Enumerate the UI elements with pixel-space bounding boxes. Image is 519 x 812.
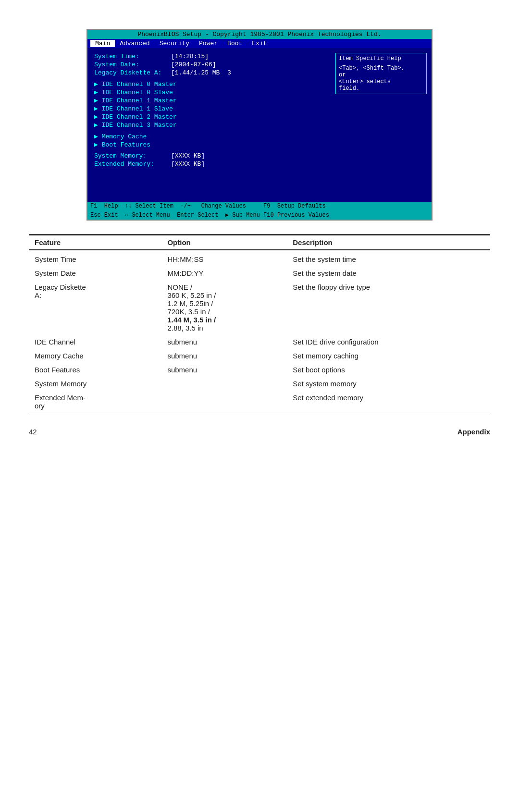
help-box: Item Specific Help <Tab>, <Shift-Tab>,or… bbox=[335, 53, 427, 94]
description-cell: Set system memory bbox=[287, 377, 490, 391]
help-title: Item Specific Help bbox=[339, 55, 423, 62]
option-cell: MM:DD:YY bbox=[161, 266, 287, 280]
system-date-label: System Date: bbox=[94, 61, 171, 68]
bios-title-bar: PhoenixBIOS Setup - Copyright 1985-2001 … bbox=[87, 30, 432, 39]
system-memory-row: System Memory: [XXXX KB] bbox=[94, 152, 324, 160]
table-row: IDE Channel submenu Set IDE drive config… bbox=[29, 335, 490, 349]
description-cell: Set IDE drive configuration bbox=[287, 335, 490, 349]
feature-cell: System Memory bbox=[29, 377, 161, 391]
bios-menu-advanced[interactable]: Advanced bbox=[115, 40, 154, 47]
feature-cell: Boot Features bbox=[29, 363, 161, 377]
bios-menu-exit[interactable]: Exit bbox=[247, 40, 272, 47]
col-header-feature: Feature bbox=[29, 235, 161, 250]
ide-channel-1-slave[interactable]: IDE Channel 1 Slave bbox=[94, 105, 324, 112]
option-cell: submenu bbox=[161, 349, 287, 363]
memory-cache-submenu[interactable]: Memory Cache bbox=[94, 133, 324, 140]
system-time-label: System Time: bbox=[94, 53, 171, 60]
description-cell: Set extended memory bbox=[287, 391, 490, 413]
feature-table: Feature Option Description System Time H… bbox=[29, 234, 490, 413]
page-number: 42 bbox=[29, 428, 37, 436]
feature-cell: Memory Cache bbox=[29, 349, 161, 363]
option-cell bbox=[161, 391, 287, 413]
option-cell: submenu bbox=[161, 335, 287, 349]
system-date-row: System Date: [2004-07-06] bbox=[94, 61, 324, 68]
option-cell: submenu bbox=[161, 363, 287, 377]
feature-cell: Extended Mem-ory bbox=[29, 391, 161, 413]
legacy-diskette-row: Legacy Diskette A: [1.44/1.25 MB 3 bbox=[94, 69, 324, 76]
table-row: System Date MM:DD:YY Set the system date bbox=[29, 266, 490, 280]
bios-screenshot: PhoenixBIOS Setup - Copyright 1985-2001 … bbox=[86, 29, 432, 221]
bios-menu-boot[interactable]: Boot bbox=[222, 40, 247, 47]
table-row: Boot Features submenu Set boot options bbox=[29, 363, 490, 377]
system-date-value[interactable]: [2004-07-06] bbox=[171, 61, 216, 68]
col-header-option: Option bbox=[161, 235, 287, 250]
boot-features-submenu[interactable]: Boot Features bbox=[94, 141, 324, 148]
system-memory-value: [XXXX KB] bbox=[171, 152, 205, 160]
legacy-diskette-label: Legacy Diskette A: bbox=[94, 69, 171, 76]
page-footer: 42 Appendix bbox=[29, 428, 490, 436]
table-row: System Time HH:MM:SS Set the system time bbox=[29, 250, 490, 266]
bios-left-panel: System Time: [14:28:15] System Date: [20… bbox=[87, 53, 331, 197]
ide-channel-1-master[interactable]: IDE Channel 1 Master bbox=[94, 97, 324, 104]
extended-memory-row: Extended Memory: [XXXX KB] bbox=[94, 160, 324, 168]
table-row: Extended Mem-ory Set extended memory bbox=[29, 391, 490, 413]
ide-channel-0-slave[interactable]: IDE Channel 0 Slave bbox=[94, 88, 324, 96]
extended-memory-value: [XXXX KB] bbox=[171, 160, 205, 168]
extended-memory-label: Extended Memory: bbox=[94, 160, 171, 168]
reference-table-section: Feature Option Description System Time H… bbox=[29, 234, 490, 413]
description-cell: Set memory caching bbox=[287, 349, 490, 363]
ide-channel-0-master[interactable]: IDE Channel 0 Master bbox=[94, 80, 324, 88]
bios-menu-power[interactable]: Power bbox=[194, 40, 222, 47]
bios-body: System Time: [14:28:15] System Date: [20… bbox=[87, 48, 432, 202]
description-cell: Set boot options bbox=[287, 363, 490, 377]
system-memory-label: System Memory: bbox=[94, 152, 171, 160]
bios-right-panel: Item Specific Help <Tab>, <Shift-Tab>,or… bbox=[331, 53, 432, 197]
description-cell: Set the system time bbox=[287, 250, 490, 266]
option-cell: HH:MM:SS bbox=[161, 250, 287, 266]
system-time-row: System Time: [14:28:15] bbox=[94, 53, 324, 60]
table-header-row: Feature Option Description bbox=[29, 235, 490, 250]
table-row: Memory Cache submenu Set memory caching bbox=[29, 349, 490, 363]
legacy-diskette-value[interactable]: [1.44/1.25 MB 3 bbox=[171, 69, 231, 76]
bios-menu-main[interactable]: Main bbox=[90, 40, 115, 47]
appendix-label: Appendix bbox=[457, 428, 490, 436]
col-header-description: Description bbox=[287, 235, 490, 250]
bios-status-bar-1: F1 Help ↑↓ Select Item -/+ Change Values… bbox=[87, 202, 432, 210]
table-row: System Memory Set system memory bbox=[29, 377, 490, 391]
option-cell bbox=[161, 377, 287, 391]
feature-cell: System Date bbox=[29, 266, 161, 280]
table-row: Legacy DisketteA: NONE / 360 K, 5.25 in … bbox=[29, 280, 490, 335]
feature-cell: IDE Channel bbox=[29, 335, 161, 349]
ide-channel-3-master[interactable]: IDE Channel 3 Master bbox=[94, 121, 324, 129]
bios-menu-security[interactable]: Security bbox=[155, 40, 194, 47]
bios-status-bar-2: Esc Exit ↔ Select Menu Enter Select ▶ Su… bbox=[87, 210, 432, 220]
feature-cell: System Time bbox=[29, 250, 161, 266]
help-text: <Tab>, <Shift-Tab>,or<Enter> selectsfiel… bbox=[339, 65, 423, 92]
ide-channel-2-master[interactable]: IDE Channel 2 Master bbox=[94, 113, 324, 121]
feature-cell: Legacy DisketteA: bbox=[29, 280, 161, 335]
option-cell: NONE / 360 K, 5.25 in / 1.2 M, 5.25in / … bbox=[161, 280, 287, 335]
description-cell: Set the system date bbox=[287, 266, 490, 280]
description-cell: Set the floppy drive type bbox=[287, 280, 490, 335]
bios-menu-bar[interactable]: Main Advanced Security Power Boot Exit bbox=[87, 39, 432, 48]
system-time-value[interactable]: [14:28:15] bbox=[171, 53, 209, 60]
